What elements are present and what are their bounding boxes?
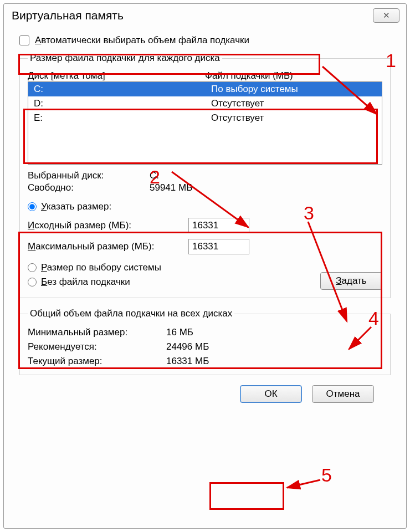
cur-size-value: 16331 МБ bbox=[166, 356, 209, 367]
rec-size-label: Рекомендуется: bbox=[28, 341, 166, 352]
initial-size-input[interactable] bbox=[188, 218, 249, 233]
min-size-label: Минимальный размер: bbox=[28, 327, 166, 338]
auto-manage-label: Автоматически выбирать объем файла подка… bbox=[35, 35, 249, 46]
total-group: Общий объем файла подкачки на всех диска… bbox=[19, 308, 391, 375]
max-size-label: Максимальный размер (МБ): bbox=[28, 241, 188, 252]
auto-manage-checkbox[interactable] bbox=[19, 35, 29, 45]
rec-size-row: Рекомендуется: 24496 МБ bbox=[28, 341, 382, 352]
drive-list-header: Диск [метка тома] Файл подкачки (МБ) bbox=[28, 70, 382, 81]
cur-size-row: Текущий размер: 16331 МБ bbox=[28, 356, 382, 367]
initial-size-label: Исходный размер (МБ): bbox=[28, 220, 188, 231]
no-file-radio[interactable] bbox=[28, 278, 37, 287]
close-icon: ✕ bbox=[383, 11, 390, 21]
dialog-content: Автоматически выбирать объем файла подка… bbox=[4, 23, 406, 411]
per-drive-legend: Размер файла подкачки для каждого диска bbox=[28, 53, 222, 64]
system-size-radio[interactable] bbox=[28, 263, 37, 272]
header-file: Файл подкачки (МБ) bbox=[205, 70, 293, 81]
drive-letter: D: bbox=[34, 96, 211, 111]
auto-manage-row: Автоматически выбирать объем файла подка… bbox=[19, 35, 391, 46]
selected-drive-value: C: bbox=[150, 170, 159, 181]
selected-drive-label: Выбранный диск: bbox=[28, 170, 150, 181]
drive-status: Отсутствует bbox=[211, 96, 264, 111]
free-space-label: Свободно: bbox=[28, 182, 150, 193]
dialog-buttons: ОК Отмена bbox=[19, 375, 391, 403]
drive-row[interactable]: D: Отсутствует bbox=[28, 96, 382, 111]
custom-size-label: Указать размер: bbox=[41, 201, 111, 212]
drive-status: По выбору системы bbox=[211, 82, 298, 96]
drive-letter: C: bbox=[34, 82, 211, 96]
system-size-radio-row: Размер по выбору системы bbox=[28, 262, 382, 273]
drive-row[interactable]: C: По выбору системы bbox=[28, 82, 382, 96]
system-size-label: Размер по выбору системы bbox=[41, 262, 161, 273]
total-legend: Общий объем файла подкачки на всех диска… bbox=[28, 308, 234, 319]
initial-size-row: Исходный размер (МБ): bbox=[28, 218, 382, 233]
set-button[interactable]: Задать bbox=[320, 272, 382, 290]
virtual-memory-dialog: Виртуальная память ✕ Автоматически выбир… bbox=[3, 3, 407, 529]
min-size-row: Минимальный размер: 16 МБ bbox=[28, 327, 382, 338]
window-title: Виртуальная память bbox=[12, 9, 124, 22]
rec-size-value: 24496 МБ bbox=[166, 341, 209, 352]
min-size-value: 16 МБ bbox=[166, 327, 193, 338]
header-drive: Диск [метка тома] bbox=[28, 70, 205, 81]
per-drive-group: Размер файла подкачки для каждого диска … bbox=[19, 53, 391, 298]
no-file-label: Без файла подкачки bbox=[41, 277, 130, 288]
drive-row[interactable]: E: Отсутствует bbox=[28, 111, 382, 125]
drive-letter: E: bbox=[34, 111, 211, 125]
custom-size-radio-row: Указать размер: bbox=[28, 201, 382, 212]
cancel-button[interactable]: Отмена bbox=[312, 385, 374, 403]
titlebar: Виртуальная память ✕ bbox=[4, 4, 406, 23]
free-space-value: 59941 МБ bbox=[150, 182, 192, 193]
custom-size-radio[interactable] bbox=[28, 202, 37, 211]
max-size-input[interactable] bbox=[188, 239, 249, 254]
free-space-row: Свободно: 59941 МБ bbox=[28, 182, 382, 193]
ok-button[interactable]: ОК bbox=[240, 385, 302, 403]
cur-size-label: Текущий размер: bbox=[28, 356, 166, 367]
close-button[interactable]: ✕ bbox=[373, 8, 399, 23]
drive-status: Отсутствует bbox=[211, 111, 264, 125]
drive-list[interactable]: C: По выбору системы D: Отсутствует E: О… bbox=[28, 81, 382, 165]
max-size-row: Максимальный размер (МБ): bbox=[28, 239, 382, 254]
selected-drive-row: Выбранный диск: C: bbox=[28, 170, 382, 181]
